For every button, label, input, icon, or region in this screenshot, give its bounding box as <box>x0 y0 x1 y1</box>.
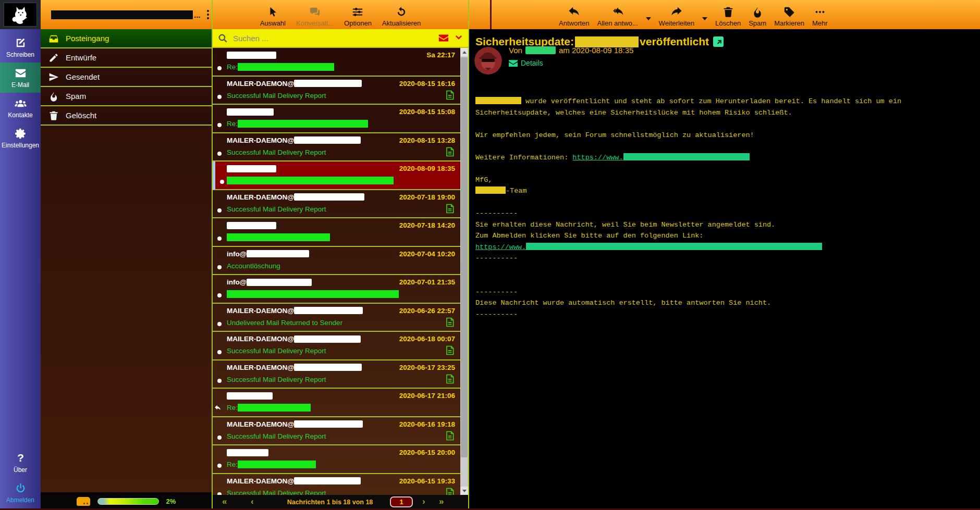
message-row[interactable]: MAILER-DAEMON@2020-06-15 19:33Successful… <box>213 474 460 495</box>
folder-spam[interactable]: Spam <box>41 87 212 106</box>
body-line: MfG, <box>475 175 971 186</box>
scrollbar-thumb[interactable] <box>461 57 468 457</box>
reply-all-button[interactable]: Allen antwo... <box>597 2 638 27</box>
external-link-icon[interactable] <box>713 36 724 47</box>
message-body: wurde veröffentlicht und steht ab sofort… <box>475 96 971 510</box>
trash-button[interactable]: Löschen <box>715 2 741 27</box>
message-row[interactable]: 2020-08-15 15:08Re: <box>213 105 460 133</box>
unread-dot-icon <box>217 95 222 99</box>
message-row[interactable]: MAILER-DAEMON@2020-06-17 23:25Successful… <box>213 360 460 389</box>
body-line: Diese Nachricht wurde automatisch erstel… <box>475 297 971 309</box>
folder-label: Entwürfe <box>66 53 96 62</box>
unread-dot-icon <box>217 436 222 440</box>
message-sender: info@ <box>227 278 312 286</box>
search-options-chevron-icon[interactable] <box>455 34 463 42</box>
sidebar-item-kontakte[interactable]: Kontakte <box>0 93 41 123</box>
redacted-text[interactable] <box>526 243 822 250</box>
subject-redacted <box>238 63 334 71</box>
message-row[interactable]: MAILER-DAEMON@2020-08-15 16:16Successful… <box>213 77 460 105</box>
redacted-text[interactable] <box>623 153 750 160</box>
message-row[interactable]: 2020-07-18 14:20 <box>213 218 460 247</box>
reply-button[interactable]: Antworten <box>559 2 590 27</box>
toolbar-button-label: Mehr <box>812 19 828 27</box>
question-icon: ? <box>15 452 27 464</box>
sidebar-item-schreiben[interactable]: Schreiben <box>0 32 41 63</box>
body-text: Diese Nachricht wurde automatisch erstel… <box>475 299 771 307</box>
forward-dropdown-caret[interactable] <box>702 17 707 20</box>
body-line <box>475 275 971 287</box>
search-input[interactable] <box>233 34 433 43</box>
message-subject-line: Accountlöschung <box>227 262 439 270</box>
message-date: 2020-06-18 00:07 <box>399 335 455 343</box>
message-row[interactable]: info@2020-07-04 10:20Accountlöschung <box>213 247 460 276</box>
forward-button[interactable]: Weiterleiten <box>659 2 694 27</box>
sidebar-item-label: Über <box>14 466 27 474</box>
attachment-icon <box>446 317 454 327</box>
message-row[interactable]: MAILER-DAEMON@2020-06-18 00:07Successful… <box>213 332 460 360</box>
message-date: 2020-06-17 23:25 <box>399 364 455 371</box>
from-line: Von am 2020-08-09 18:35 <box>509 46 633 55</box>
body-line: ---------- <box>475 253 971 264</box>
message-row[interactable]: Sa 22:17Re: <box>213 48 460 77</box>
sender-redacted <box>294 307 363 314</box>
sidebar-item-abmelden[interactable]: Abmelden <box>0 478 41 508</box>
body-line: Zum Abmelden klicken Sie bitte auf den f… <box>475 230 971 242</box>
app-logo[interactable] <box>0 0 41 29</box>
attachment-icon <box>446 374 454 384</box>
prev-page-button[interactable]: ‹ <box>251 496 254 507</box>
body-line: ---------- <box>475 287 971 298</box>
message-sender: MAILER-DAEMON@ <box>227 420 363 428</box>
sidebar-item-einstellungen[interactable]: Einstellungen <box>0 123 41 153</box>
sender-redacted <box>227 108 274 116</box>
sender-redacted <box>294 136 361 144</box>
sender-redacted <box>294 420 363 428</box>
kebab-menu-icon[interactable] <box>205 8 211 21</box>
account-name-redacted[interactable] <box>51 10 193 19</box>
redacted-text <box>475 97 521 104</box>
message-row[interactable]: 2020-06-17 21:06Re: <box>213 389 460 417</box>
message-row[interactable]: MAILER-DAEMON@2020-07-18 19:00Successful… <box>213 190 460 219</box>
details-toggle[interactable]: Details <box>509 59 633 67</box>
folder-gesendet[interactable]: Gesendet <box>41 68 212 87</box>
reply-all-dropdown-caret[interactable] <box>646 17 651 20</box>
first-page-button[interactable]: « <box>222 496 227 507</box>
body-line: Weitere Informationen: https://www. <box>475 152 971 164</box>
last-page-button[interactable]: » <box>439 496 444 507</box>
folder-posteingang[interactable]: Posteingang <box>41 29 212 48</box>
power-icon <box>15 482 27 494</box>
message-sender <box>227 165 276 172</box>
body-link[interactable]: https://www. <box>572 154 623 161</box>
flame-icon <box>752 6 763 18</box>
folder-entwrfe[interactable]: Entwürfe <box>41 48 212 68</box>
toolbar-button-label: Allen antwo... <box>597 19 638 27</box>
body-link[interactable]: https://www. <box>475 243 526 251</box>
more-button[interactable]: Mehr <box>812 2 828 27</box>
message-row[interactable]: 2020-06-15 20:00Re: <box>213 445 460 474</box>
message-row[interactable]: info@2020-07-01 21:35 <box>213 275 460 304</box>
message-row[interactable]: MAILER-DAEMON@2020-08-15 13:28Successful… <box>213 133 460 162</box>
subject-redacted <box>227 290 399 298</box>
message-row[interactable]: MAILER-DAEMON@2020-06-26 22:57Undelivere… <box>213 304 460 332</box>
scroll-down-button[interactable] <box>460 487 468 495</box>
sidebar-item-email[interactable]: E-Mail <box>0 63 41 93</box>
body-text: ---------- <box>475 254 518 262</box>
search-scope-mail-icon[interactable] <box>438 32 449 44</box>
next-page-button[interactable]: › <box>422 496 425 507</box>
message-subject-line: Re: <box>227 120 439 128</box>
body-line: wurde veröffentlicht und steht ab sofort… <box>475 96 971 118</box>
folder-label: Gesendet <box>66 72 100 81</box>
scroll-up-button[interactable] <box>460 48 468 56</box>
message-row[interactable]: 2020-08-09 18:35 <box>213 161 460 190</box>
folder-label: Spam <box>66 92 86 101</box>
folder-gelscht[interactable]: Gelöscht <box>41 106 212 126</box>
unread-dot-icon <box>217 293 222 297</box>
page-number-input[interactable]: 1 <box>390 496 413 507</box>
tag-button[interactable]: Markieren <box>774 2 804 27</box>
sender-redacted <box>294 193 364 201</box>
message-date: 2020-07-01 21:35 <box>399 278 455 286</box>
unread-dot-icon <box>217 208 222 213</box>
sender-redacted <box>227 52 276 59</box>
message-row[interactable]: MAILER-DAEMON@2020-06-16 19:18Successful… <box>213 417 460 446</box>
sidebar-item-ber[interactable]: ?Über <box>0 447 41 478</box>
flame-button[interactable]: Spam <box>749 2 766 27</box>
